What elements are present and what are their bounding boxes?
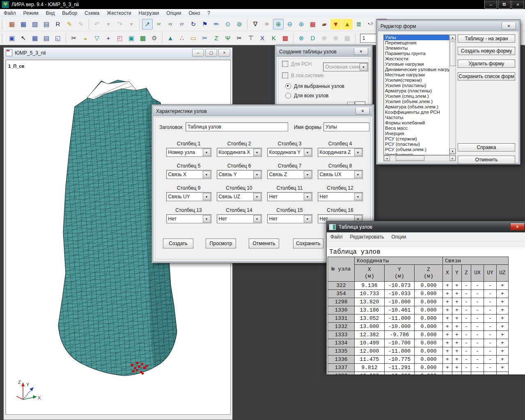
restore-button[interactable]: ⧉ xyxy=(498,0,511,9)
forms-list-item[interactable]: Инерция xyxy=(384,131,449,136)
form-name-field[interactable]: Узлы xyxy=(323,122,369,131)
cut-nodes-icon[interactable]: ✂ xyxy=(234,33,245,44)
zoom-in-icon[interactable]: ⊕ xyxy=(273,19,284,30)
forms-list-item[interactable]: РСУ (объем.элем.) xyxy=(384,147,449,152)
forms-list-item[interactable]: Узловые нагрузки xyxy=(384,62,449,67)
column-combo-4[interactable]: Координата Z▼ xyxy=(318,148,363,157)
forms-list-item[interactable]: Формы колебаний xyxy=(384,120,449,126)
forms-list-item[interactable]: Усилия (спец.элем.) xyxy=(384,94,449,99)
all-nodes-radio[interactable] xyxy=(285,93,291,99)
child-restore-button[interactable]: ▢ xyxy=(205,49,217,57)
column-combo-8[interactable]: Связь UX▼ xyxy=(318,170,363,179)
pencil-icon[interactable]: ✏ xyxy=(211,19,222,30)
column-combo-12[interactable]: Нет▼ xyxy=(318,192,363,201)
paint-icon[interactable]: ▰ xyxy=(319,19,330,30)
column-combo-9[interactable]: Связь UY▼ xyxy=(166,192,211,201)
column-combo-5[interactable]: Связь X▼ xyxy=(166,170,211,179)
column-combo-7[interactable]: Связь Z▼ xyxy=(267,170,312,179)
table-row[interactable]: 133410.499-10.7000.000++---+ xyxy=(328,339,509,347)
solid-panel-icon[interactable]: ▤ xyxy=(41,33,52,44)
forms-list-item[interactable]: Элементы xyxy=(384,46,449,51)
menu-item-0[interactable]: Файл xyxy=(0,10,20,16)
forms-editor-titlebar[interactable]: Редактор форм × xyxy=(378,21,518,31)
filter-icon[interactable]: ∇ xyxy=(250,19,261,30)
forms-button-2[interactable]: Удалить форму xyxy=(458,60,515,68)
t-join-icon[interactable]: ⊤ xyxy=(245,33,256,44)
model-window-titlebar[interactable]: ЮМР_5_3_nii – ▢ × xyxy=(4,48,232,58)
tools-icon[interactable]: ⚙ xyxy=(149,33,160,44)
forms-list-item[interactable]: Усилия (пластины) xyxy=(384,83,449,88)
highlight-icon[interactable]: ▼ xyxy=(330,19,341,30)
table-row[interactable]: 129813.820-10.0000.000++---+ xyxy=(328,298,509,306)
view-axon-icon[interactable]: ↗ xyxy=(142,19,153,30)
add-node-icon[interactable]: + xyxy=(103,33,114,44)
table-edit-icon[interactable]: ▧ xyxy=(30,19,40,30)
x-move-icon[interactable]: X xyxy=(257,33,268,44)
what-is-icon[interactable]: ↖? xyxy=(365,19,376,30)
forms-list-item[interactable]: Частоты xyxy=(384,115,449,120)
table-row[interactable]: 13379.812-11.2910.000++---+ xyxy=(328,364,509,372)
forms-list-item[interactable]: Усилия(стержни) xyxy=(384,78,449,83)
mesh-panel-icon[interactable]: ▦ xyxy=(30,33,40,44)
forms-button-1[interactable]: Создать новую форму xyxy=(458,47,515,55)
flags-panel-icon[interactable]: ▣ xyxy=(7,33,17,44)
column-combo-15[interactable]: Нет▼ xyxy=(267,214,312,223)
count-spinner-value[interactable]: 1 xyxy=(360,34,377,43)
column-combo-11[interactable]: Нет▼ xyxy=(267,192,312,201)
zoom-all-icon[interactable]: ⊚ xyxy=(234,19,245,30)
table-menu-item-0[interactable]: Файл xyxy=(327,234,346,240)
table-row[interactable]: 133113.052-11.0000.000++---+ xyxy=(328,314,509,323)
forms-list-item[interactable]: Динамические узловые нагру xyxy=(384,67,449,72)
forms-cancel-button[interactable]: Отменить xyxy=(458,156,515,164)
child-close-button[interactable]: × xyxy=(218,49,230,57)
forms-list-hscrollbar[interactable]: ◂ ▸ xyxy=(383,155,456,161)
forms-list-item[interactable]: Параметры грунта xyxy=(384,51,449,56)
table-row[interactable]: 133013.186-10.4610.000++---+ xyxy=(328,306,509,314)
forms-help-button[interactable]: Справка xyxy=(458,143,515,151)
docs-icon[interactable]: ≣ xyxy=(353,19,364,30)
forms-list-item[interactable]: Арматура (объем.элем.) xyxy=(384,104,449,110)
table-open-icon[interactable]: ▦ xyxy=(18,19,29,30)
save-button[interactable]: Сохранить xyxy=(293,239,323,248)
column-combo-14[interactable]: Нет▼ xyxy=(217,214,262,223)
column-combo-13[interactable]: Нет▼ xyxy=(166,214,211,223)
create-table-close-icon[interactable]: × xyxy=(354,48,368,55)
z-dir-icon[interactable]: Z xyxy=(211,33,222,44)
menu-item-7[interactable]: Опции xyxy=(163,10,185,16)
forms-list-item[interactable]: Коэффициенты для РСН xyxy=(384,110,449,115)
close-button[interactable]: × xyxy=(511,0,524,9)
menu-item-3[interactable]: Выбор xyxy=(58,10,81,16)
poly-select-icon[interactable]: ✧ xyxy=(261,19,272,30)
column-combo-3[interactable]: Координата Y▼ xyxy=(267,148,312,157)
menu-item-1[interactable]: Режим xyxy=(20,10,42,16)
loads-icon[interactable]: ∴ xyxy=(177,33,187,44)
rotate-view-icon[interactable]: ↻ xyxy=(188,19,199,30)
menu-item-4[interactable]: Схема xyxy=(81,10,103,16)
zoom-window-icon[interactable]: ⊛ xyxy=(296,19,307,30)
edit-flags-icon[interactable]: ✎ xyxy=(64,19,75,30)
column-combo-10[interactable]: Связь UZ▼ xyxy=(217,192,262,201)
search-doc-icon[interactable]: R xyxy=(53,19,63,30)
plug-icon[interactable]: Ψ xyxy=(222,33,233,44)
menu-item-8[interactable]: Окно xyxy=(185,10,204,16)
add-element-icon[interactable]: ▽ xyxy=(92,33,102,44)
menu-item-6[interactable]: Нагрузки xyxy=(135,10,163,16)
forms-list-item[interactable]: РСУ (пластины) xyxy=(384,142,449,147)
table-menu-item-1[interactable]: Редактировать xyxy=(346,234,388,240)
forms-editor-close-icon[interactable]: × xyxy=(502,23,516,30)
view-xz-icon[interactable]: xz xyxy=(154,19,164,30)
flag-edit-icon[interactable]: ⚑ xyxy=(199,19,210,30)
nodes-table-close-icon[interactable]: × xyxy=(510,223,525,230)
node-props-titlebar[interactable]: Характеристики узлов × xyxy=(154,106,372,116)
k-move-icon[interactable]: K xyxy=(268,33,279,44)
view-yz-icon[interactable]: yz xyxy=(177,19,187,30)
table-menu-item-2[interactable]: Опции xyxy=(387,234,410,240)
selected-nodes-radio[interactable] xyxy=(285,83,291,89)
table-row[interactable]: 35410.733-10.0330.000++---+ xyxy=(328,290,509,298)
select-pointer-icon[interactable]: ↖ xyxy=(18,33,29,44)
forms-list-item[interactable]: Усилия (объем.элем.) xyxy=(384,99,449,104)
column-combo-1[interactable]: Номер узла▼ xyxy=(166,148,211,157)
zoom-tool-icon[interactable]: ⊙ xyxy=(222,19,233,30)
table-row[interactable]: 133512.000-11.0000.000++---+ xyxy=(328,347,509,356)
minimize-button[interactable]: – xyxy=(484,0,497,9)
